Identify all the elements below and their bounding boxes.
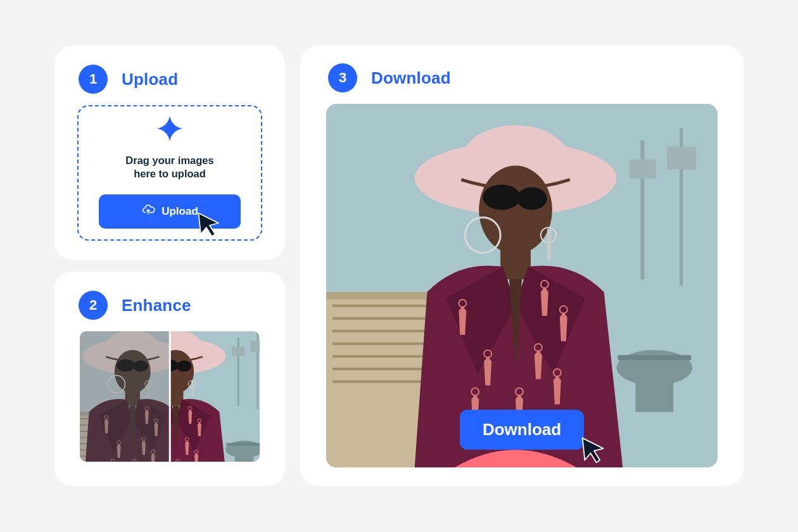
download-preview: Download bbox=[326, 104, 718, 467]
upload-title: Upload bbox=[122, 70, 178, 89]
download-button-label: Download bbox=[483, 420, 561, 439]
download-title: Download bbox=[371, 68, 451, 88]
step-badge-2: 2 bbox=[79, 291, 108, 320]
enhance-card: 2 Enhance bbox=[54, 272, 285, 486]
step-badge-3: 3 bbox=[328, 63, 357, 92]
upload-step-header: 1 Upload bbox=[79, 65, 270, 94]
download-card: 3 Download Download bbox=[300, 46, 744, 486]
enhance-step-header: 2 Enhance bbox=[79, 291, 270, 320]
dropzone-text-line1: Drag your images bbox=[125, 154, 213, 167]
dropzone-text: Drag your images here to upload bbox=[125, 154, 213, 180]
compare-divider[interactable] bbox=[169, 331, 171, 462]
enhance-compare[interactable] bbox=[80, 331, 260, 462]
upload-button-label: Upload bbox=[162, 205, 198, 218]
compare-before bbox=[80, 331, 170, 462]
upload-card: 1 Upload Drag your images here to upload… bbox=[54, 46, 285, 260]
upload-button[interactable]: Upload bbox=[99, 194, 241, 229]
cloud-upload-icon bbox=[141, 203, 155, 219]
step-badge-1: 1 bbox=[79, 65, 108, 94]
upload-dropzone[interactable]: Drag your images here to upload Upload bbox=[77, 105, 262, 241]
download-step-header: 3 Download bbox=[328, 63, 718, 92]
dropzone-text-line2: here to upload bbox=[125, 167, 213, 180]
compare-after bbox=[170, 331, 260, 462]
enhance-title: Enhance bbox=[122, 296, 191, 315]
sparkle-icon bbox=[156, 115, 184, 145]
download-button[interactable]: Download bbox=[460, 410, 584, 450]
